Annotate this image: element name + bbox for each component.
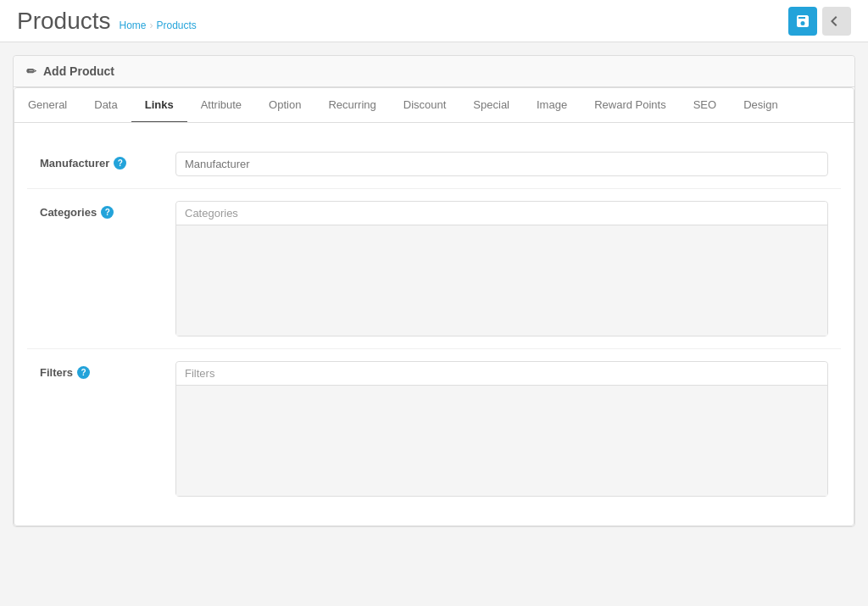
tab-seo[interactable]: SEO [680, 88, 730, 123]
tab-attribute[interactable]: Attribute [187, 88, 255, 123]
tab-data[interactable]: Data [81, 88, 131, 123]
card-title: Add Product [43, 64, 114, 78]
page-header: Products Home › Products [0, 0, 868, 42]
back-icon [830, 14, 843, 28]
manufacturer-row: Manufacturer ? [27, 140, 841, 189]
filters-field: Filters [175, 361, 828, 497]
page-title: Products [17, 8, 111, 35]
manufacturer-field [175, 152, 828, 176]
tab-reward-points[interactable]: Reward Points [581, 88, 680, 123]
filters-help-icon[interactable]: ? [77, 366, 90, 379]
save-button[interactable] [788, 7, 817, 36]
categories-field: Categories [175, 201, 828, 336]
tab-links[interactable]: Links [131, 88, 187, 123]
header-left: Products Home › Products [17, 8, 197, 35]
tab-image[interactable]: Image [523, 88, 581, 123]
tab-general[interactable]: General [14, 88, 81, 123]
manufacturer-input[interactable] [175, 152, 828, 176]
filters-label: Filters ? [40, 361, 175, 379]
tab-option[interactable]: Option [255, 88, 314, 123]
tab-discount[interactable]: Discount [390, 88, 460, 123]
manufacturer-label: Manufacturer ? [40, 152, 175, 170]
categories-label: Categories ? [40, 201, 175, 219]
breadcrumb-current[interactable]: Products [157, 19, 197, 31]
tab-content-links: Manufacturer ? Categories ? Ca [14, 123, 854, 525]
breadcrumb: Home › Products [120, 19, 197, 31]
save-icon [796, 14, 810, 28]
tabs-nav: GeneralDataLinksAttributeOptionRecurring… [14, 88, 854, 123]
categories-multibox: Categories [175, 201, 828, 336]
back-button[interactable] [822, 7, 851, 36]
manufacturer-help-icon[interactable]: ? [114, 157, 126, 170]
filters-multibox: Filters [175, 361, 828, 497]
main-content: ✏ Add Product GeneralDataLinksAttributeO… [0, 42, 868, 553]
tabs-container: GeneralDataLinksAttributeOptionRecurring… [14, 87, 854, 526]
tab-special[interactable]: Special [459, 88, 523, 123]
categories-help-icon[interactable]: ? [101, 206, 114, 219]
pencil-icon: ✏ [26, 64, 36, 78]
categories-area[interactable] [176, 225, 827, 336]
filters-area[interactable] [176, 386, 827, 496]
tab-design[interactable]: Design [730, 88, 791, 123]
tab-recurring[interactable]: Recurring [314, 88, 389, 123]
categories-topbar: Categories [176, 202, 827, 225]
header-actions [788, 7, 851, 36]
add-product-card: ✏ Add Product GeneralDataLinksAttributeO… [13, 55, 855, 527]
breadcrumb-separator: › [150, 19, 153, 31]
card-header: ✏ Add Product [14, 56, 854, 87]
categories-row: Categories ? Categories [27, 189, 841, 349]
filters-row: Filters ? Filters [27, 349, 841, 509]
filters-topbar: Filters [176, 362, 827, 386]
breadcrumb-home[interactable]: Home [120, 19, 147, 31]
